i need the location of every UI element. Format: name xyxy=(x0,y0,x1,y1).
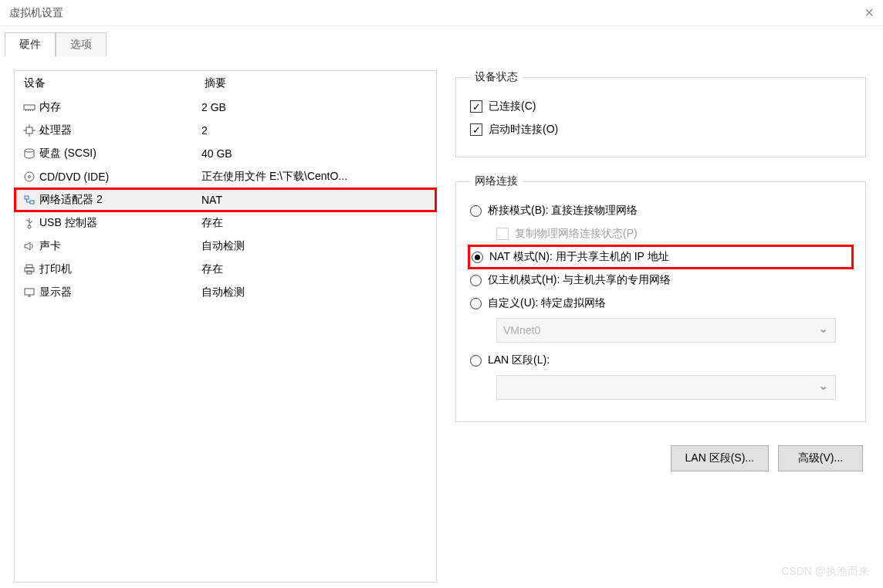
memory-icon xyxy=(21,101,38,113)
device-list-pane: 设备 摘要 内存2 GB处理器2硬盘 (SCSI)40 GBCD/DVD (ID… xyxy=(14,70,437,583)
device-row[interactable]: USB 控制器存在 xyxy=(15,211,436,235)
button-row: LAN 区段(S)... 高级(V)... xyxy=(455,439,866,471)
custom-vmnet-select: VMnet0 xyxy=(496,318,836,343)
usb-icon xyxy=(21,217,38,229)
hostonly-label: 仅主机模式(H): 与主机共享的专用网络 xyxy=(488,273,671,287)
radio-custom[interactable]: 自定义(U): 特定虚拟网络 xyxy=(470,292,851,315)
device-name: 内存 xyxy=(38,100,201,114)
svg-rect-4 xyxy=(32,110,33,111)
replicate-checkbox-row: 复制物理网络连接状态(P) xyxy=(496,222,851,245)
device-summary: 存在 xyxy=(201,216,431,230)
device-name: USB 控制器 xyxy=(38,216,201,230)
device-name: 打印机 xyxy=(38,262,201,276)
svg-rect-0 xyxy=(24,105,35,110)
checkbox-icon xyxy=(470,123,482,136)
device-name: 声卡 xyxy=(38,239,201,253)
device-row[interactable]: 处理器2 xyxy=(15,119,436,142)
svg-point-12 xyxy=(29,176,31,178)
svg-rect-14 xyxy=(30,201,34,204)
device-summary: 2 GB xyxy=(201,101,431,113)
svg-rect-20 xyxy=(25,289,34,295)
device-name: 网络适配器 2 xyxy=(38,193,201,207)
device-row[interactable]: 硬盘 (SCSI)40 GB xyxy=(15,142,436,165)
network-icon xyxy=(21,194,38,206)
radio-lan-segment[interactable]: LAN 区段(L): xyxy=(470,349,851,372)
device-summary: 自动检测 xyxy=(201,239,431,253)
title-bar: 虚拟机设置 × xyxy=(0,0,883,26)
display-icon xyxy=(21,286,38,299)
svg-rect-13 xyxy=(25,196,29,199)
radio-icon xyxy=(470,355,482,367)
radio-hostonly[interactable]: 仅主机模式(H): 与主机共享的专用网络 xyxy=(470,269,851,292)
radio-nat[interactable]: NAT 模式(N): 用于共享主机的 IP 地址 xyxy=(470,247,851,267)
printer-icon xyxy=(21,263,38,275)
device-summary: 存在 xyxy=(201,262,431,276)
svg-rect-2 xyxy=(28,110,29,111)
device-summary: 自动检测 xyxy=(201,286,431,299)
header-device: 设备 xyxy=(24,76,205,90)
tab-options[interactable]: 选项 xyxy=(56,32,107,56)
sound-icon xyxy=(21,240,38,252)
device-name: CD/DVD (IDE) xyxy=(38,171,201,183)
nat-label: NAT 模式(N): 用于共享主机的 IP 地址 xyxy=(489,250,669,264)
device-summary: NAT xyxy=(201,194,431,206)
lan-segment-label: LAN 区段(L): xyxy=(488,353,550,367)
device-summary: 正在使用文件 E:\下载\CentO... xyxy=(201,170,431,184)
close-icon[interactable]: × xyxy=(843,4,874,22)
lan-segment-select xyxy=(496,375,836,400)
radio-bridged[interactable]: 桥接模式(B): 直接连接物理网络 xyxy=(470,199,851,222)
advanced-button[interactable]: 高级(V)... xyxy=(778,445,863,471)
device-summary: 40 GB xyxy=(201,147,431,160)
checkbox-icon xyxy=(496,228,509,240)
device-row[interactable]: 内存2 GB xyxy=(15,96,436,119)
checkbox-icon xyxy=(470,100,482,113)
watermark: CSDN @执渔而来 xyxy=(781,565,869,579)
device-status-group: 设备状态 已连接(C) 启动时连接(O) xyxy=(455,70,866,157)
cpu-icon xyxy=(21,124,38,137)
radio-icon xyxy=(470,275,482,286)
device-row[interactable]: 声卡自动检测 xyxy=(15,235,436,258)
radio-icon xyxy=(470,298,482,309)
window-title: 虚拟机设置 xyxy=(9,6,63,20)
bridged-label: 桥接模式(B): 直接连接物理网络 xyxy=(488,204,638,218)
connected-label: 已连接(C) xyxy=(489,100,536,113)
svg-rect-3 xyxy=(30,110,31,111)
svg-point-10 xyxy=(25,149,34,152)
network-connection-legend: 网络连接 xyxy=(470,174,523,188)
tab-hardware[interactable]: 硬件 xyxy=(5,32,56,56)
svg-point-15 xyxy=(28,225,31,228)
device-row[interactable]: CD/DVD (IDE)正在使用文件 E:\下载\CentO... xyxy=(15,165,436,188)
header-summary: 摘要 xyxy=(205,76,428,90)
cd-icon xyxy=(21,171,38,183)
device-row[interactable]: 网络适配器 2NAT xyxy=(15,188,436,211)
tabs: 硬件 选项 xyxy=(0,26,883,56)
custom-select-row: VMnet0 xyxy=(496,318,851,343)
device-row[interactable]: 打印机存在 xyxy=(15,258,436,281)
connected-checkbox-row[interactable]: 已连接(C) xyxy=(470,95,851,118)
svg-rect-1 xyxy=(25,110,26,111)
device-name: 硬盘 (SCSI) xyxy=(38,147,201,161)
connect-at-poweron-checkbox-row[interactable]: 启动时连接(O) xyxy=(470,118,851,141)
settings-pane: 设备状态 已连接(C) 启动时连接(O) 网络连接 桥接模式(B): 直接连接物… xyxy=(452,70,869,583)
device-list-header: 设备 摘要 xyxy=(15,71,436,96)
device-list: 内存2 GB处理器2硬盘 (SCSI)40 GBCD/DVD (IDE)正在使用… xyxy=(15,96,436,304)
device-summary: 2 xyxy=(201,124,431,137)
svg-point-11 xyxy=(25,172,34,181)
main-content: 设备 摘要 内存2 GB处理器2硬盘 (SCSI)40 GBCD/DVD (ID… xyxy=(0,56,883,583)
device-name: 显示器 xyxy=(38,286,201,299)
connect-at-poweron-label: 启动时连接(O) xyxy=(489,123,558,137)
device-status-legend: 设备状态 xyxy=(470,70,523,84)
svg-rect-5 xyxy=(26,127,32,133)
lan-select-row xyxy=(496,375,851,400)
device-name: 处理器 xyxy=(38,123,201,137)
device-row[interactable]: 显示器自动检测 xyxy=(15,281,436,304)
network-connection-group: 网络连接 桥接模式(B): 直接连接物理网络 复制物理网络连接状态(P) NAT… xyxy=(455,174,866,422)
replicate-label: 复制物理网络连接状态(P) xyxy=(515,227,638,241)
svg-rect-17 xyxy=(26,265,32,268)
custom-label: 自定义(U): 特定虚拟网络 xyxy=(488,296,606,310)
radio-icon xyxy=(472,252,483,263)
radio-icon xyxy=(470,205,482,217)
disk-icon xyxy=(21,147,38,160)
lan-segments-button[interactable]: LAN 区段(S)... xyxy=(671,445,769,471)
